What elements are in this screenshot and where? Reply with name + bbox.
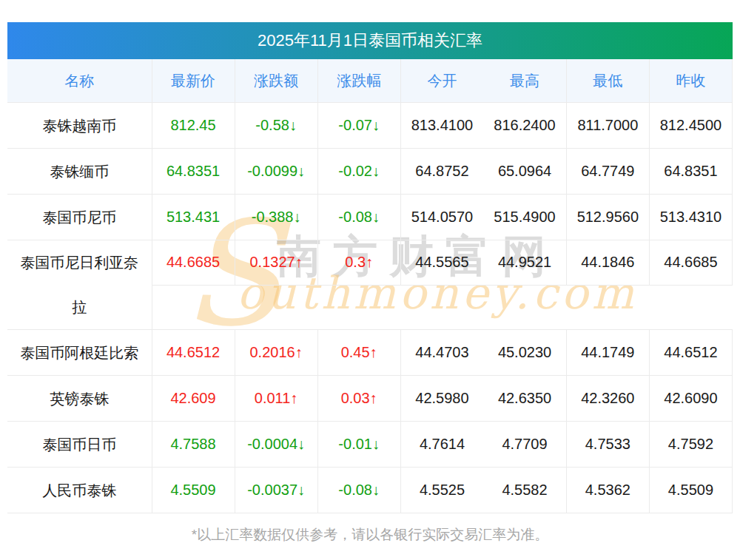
change-amount: -0.388↓ [235, 195, 317, 240]
currency-pair-name: 英镑泰铢 [7, 376, 152, 422]
open-price: 813.4100 [400, 103, 483, 149]
low-price: 44.1749 [566, 330, 649, 376]
prev-close-price: 513.4310 [649, 195, 732, 240]
currency-pair-name: 泰国币日币 [7, 422, 152, 468]
change-percent: -0.01↓ [317, 422, 400, 468]
low-price: 44.1846 [566, 240, 649, 286]
open-price: 64.8752 [400, 149, 483, 195]
page-title: 2025年11月1日泰国币相关汇率 [7, 22, 733, 59]
change-percent: -0.08↓ [317, 468, 400, 513]
change-percent: 0.03↑ [317, 376, 400, 422]
prev-close-price: 4.7592 [649, 422, 732, 468]
latest-price: 513.431 [152, 195, 235, 240]
high-price: 65.0964 [483, 149, 566, 195]
change-percent: -0.08↓ [317, 195, 400, 240]
currency-pair-name: 泰国币尼日利亚奈拉 [7, 240, 152, 330]
open-price: 42.5980 [400, 376, 483, 422]
high-price: 44.9521 [483, 240, 566, 286]
column-header-6: 最高 [483, 59, 566, 103]
low-price: 4.7533 [566, 422, 649, 468]
latest-price: 4.7588 [152, 422, 235, 468]
high-price: 45.0230 [483, 330, 566, 376]
open-price: 4.5525 [400, 468, 483, 513]
high-price: 4.7709 [483, 422, 566, 468]
change-amount: -0.0099↓ [235, 149, 317, 195]
change-amount: -0.58↓ [235, 103, 317, 149]
column-header-1: 名称 [7, 59, 152, 103]
change-amount: -0.0037↓ [235, 468, 317, 513]
open-price: 514.0570 [400, 195, 483, 240]
currency-pair-name: 泰铢越南币 [7, 103, 152, 149]
open-price: 4.7614 [400, 422, 483, 468]
currency-pair-name: 泰国币尼币 [7, 195, 152, 240]
prev-close-price: 44.6512 [649, 330, 732, 376]
change-amount: -0.0004↓ [235, 422, 317, 468]
latest-price: 44.6512 [152, 330, 235, 376]
prev-close-price: 812.4500 [649, 103, 732, 149]
latest-price: 4.5509 [152, 468, 235, 513]
high-price: 4.5582 [483, 468, 566, 513]
change-amount: 0.1327↑ [235, 240, 317, 286]
table-body: 泰铢越南币812.45-0.58↓-0.07↓813.4100816.24008… [7, 103, 733, 513]
table-header: 名称最新价涨跌额涨跌幅今开最高最低昨收 [7, 59, 733, 103]
column-header-8: 昨收 [649, 59, 732, 103]
disclaimer-note: *以上汇率数据仅供参考，请以各银行实际交易汇率为准。 [7, 525, 733, 544]
high-price: 515.4900 [483, 195, 566, 240]
low-price: 811.7000 [566, 103, 649, 149]
latest-price: 42.609 [152, 376, 235, 422]
open-price: 44.4703 [400, 330, 483, 376]
high-price: 42.6350 [483, 376, 566, 422]
change-percent: -0.07↓ [317, 103, 400, 149]
currency-pair-name: 人民币泰铢 [7, 468, 152, 513]
open-price: 44.5565 [400, 240, 483, 286]
currency-pair-name: 泰国币阿根廷比索 [7, 330, 152, 376]
prev-close-price: 42.6090 [649, 376, 732, 422]
change-amount: 0.2016↑ [235, 330, 317, 376]
change-percent: 0.45↑ [317, 330, 400, 376]
column-header-2: 最新价 [152, 59, 235, 103]
latest-price: 812.45 [152, 103, 235, 149]
change-percent: -0.02↓ [317, 149, 400, 195]
row-spacer [152, 285, 733, 330]
latest-price: 64.8351 [152, 149, 235, 195]
column-header-4: 涨跌幅 [317, 59, 400, 103]
column-header-3: 涨跌额 [235, 59, 317, 103]
change-amount: 0.011↑ [235, 376, 317, 422]
low-price: 42.3260 [566, 376, 649, 422]
column-header-7: 最低 [566, 59, 649, 103]
prev-close-price: 44.6685 [649, 240, 732, 286]
low-price: 4.5362 [566, 468, 649, 513]
prev-close-price: 4.5509 [649, 468, 732, 513]
change-percent: 0.3↑ [317, 240, 400, 286]
high-price: 816.2400 [483, 103, 566, 149]
column-header-5: 今开 [400, 59, 483, 103]
low-price: 64.7749 [566, 149, 649, 195]
rates-table: 名称最新价涨跌额涨跌幅今开最高最低昨收 泰铢越南币812.45-0.58↓-0.… [7, 59, 733, 513]
prev-close-price: 64.8351 [649, 149, 732, 195]
rates-panel: 2025年11月1日泰国币相关汇率 名称最新价涨跌额涨跌幅今开最高最低昨收 泰铢… [7, 22, 733, 544]
latest-price: 44.6685 [152, 240, 235, 286]
currency-pair-name: 泰铢缅币 [7, 149, 152, 195]
low-price: 512.9560 [566, 195, 649, 240]
